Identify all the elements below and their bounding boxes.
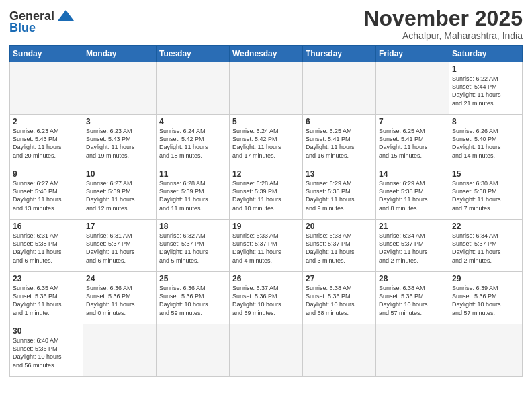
- logo-icon: [56, 9, 75, 22]
- day-number: 1: [452, 64, 519, 74]
- day-number: 20: [306, 222, 373, 231]
- day-number: 5: [232, 117, 300, 126]
- day-info: Sunrise: 6:26 AM Sunset: 5:40 PM Dayligh…: [452, 127, 519, 160]
- calendar-day: 11Sunrise: 6:28 AM Sunset: 5:39 PM Dayli…: [157, 167, 230, 220]
- calendar-day: 30Sunrise: 6:40 AM Sunset: 5:36 PM Dayli…: [10, 324, 83, 377]
- calendar-day: [376, 324, 449, 377]
- calendar-day: 14Sunrise: 6:29 AM Sunset: 5:38 PM Dayli…: [376, 167, 449, 220]
- calendar-day: 4Sunrise: 6:24 AM Sunset: 5:42 PM Daylig…: [157, 115, 230, 167]
- day-number: 16: [13, 222, 80, 231]
- header-thursday: Thursday: [303, 46, 376, 62]
- day-info: Sunrise: 6:34 AM Sunset: 5:37 PM Dayligh…: [452, 232, 519, 265]
- day-number: 24: [86, 274, 153, 283]
- header-sunday: Sunday: [10, 46, 83, 62]
- calendar-day: 28Sunrise: 6:38 AM Sunset: 5:36 PM Dayli…: [376, 272, 449, 324]
- page: General Blue November 2025 Achalpur, Mah…: [0, 0, 532, 411]
- logo-blue-text: Blue: [9, 21, 36, 35]
- day-info: Sunrise: 6:28 AM Sunset: 5:39 PM Dayligh…: [232, 179, 300, 212]
- calendar-day: [449, 324, 523, 377]
- day-info: Sunrise: 6:23 AM Sunset: 5:43 PM Dayligh…: [13, 127, 80, 160]
- calendar-day: 25Sunrise: 6:36 AM Sunset: 5:36 PM Dayli…: [157, 272, 230, 324]
- day-number: 6: [306, 117, 373, 126]
- day-info: Sunrise: 6:27 AM Sunset: 5:39 PM Dayligh…: [86, 179, 153, 212]
- day-info: Sunrise: 6:33 AM Sunset: 5:37 PM Dayligh…: [306, 232, 373, 265]
- day-info: Sunrise: 6:34 AM Sunset: 5:37 PM Dayligh…: [379, 232, 446, 265]
- header-saturday: Saturday: [449, 46, 523, 62]
- day-number: 2: [13, 117, 80, 126]
- day-number: 8: [452, 117, 519, 126]
- day-number: 11: [159, 169, 226, 179]
- day-info: Sunrise: 6:24 AM Sunset: 5:42 PM Dayligh…: [232, 127, 300, 160]
- calendar-day: [157, 62, 230, 115]
- header-tuesday: Tuesday: [157, 46, 230, 62]
- day-info: Sunrise: 6:28 AM Sunset: 5:39 PM Dayligh…: [159, 179, 226, 212]
- day-number: 27: [306, 274, 373, 283]
- calendar-day: 26Sunrise: 6:37 AM Sunset: 5:36 PM Dayli…: [230, 272, 303, 324]
- calendar-day: 15Sunrise: 6:30 AM Sunset: 5:38 PM Dayli…: [449, 167, 523, 220]
- day-info: Sunrise: 6:31 AM Sunset: 5:38 PM Dayligh…: [13, 232, 80, 265]
- day-number: 29: [452, 274, 519, 283]
- svg-marker-0: [58, 10, 74, 21]
- calendar-day: 1Sunrise: 6:22 AM Sunset: 5:44 PM Daylig…: [449, 62, 523, 115]
- header: General Blue November 2025 Achalpur, Mah…: [9, 7, 523, 41]
- calendar-day: [157, 324, 230, 377]
- title-block: November 2025 Achalpur, Maharashtra, Ind…: [363, 7, 523, 41]
- day-number: 12: [232, 169, 300, 179]
- day-number: 9: [13, 169, 80, 179]
- day-info: Sunrise: 6:24 AM Sunset: 5:42 PM Dayligh…: [159, 127, 226, 160]
- day-info: Sunrise: 6:30 AM Sunset: 5:38 PM Dayligh…: [452, 179, 519, 212]
- day-number: 23: [13, 274, 80, 283]
- day-number: 28: [379, 274, 446, 283]
- day-info: Sunrise: 6:23 AM Sunset: 5:43 PM Dayligh…: [86, 127, 153, 160]
- day-number: 13: [306, 169, 373, 179]
- calendar-day: 22Sunrise: 6:34 AM Sunset: 5:37 PM Dayli…: [449, 220, 523, 272]
- calendar-day: 20Sunrise: 6:33 AM Sunset: 5:37 PM Dayli…: [303, 220, 376, 272]
- day-number: 26: [232, 274, 300, 283]
- calendar-day: 8Sunrise: 6:26 AM Sunset: 5:40 PM Daylig…: [449, 115, 523, 167]
- calendar-day: 23Sunrise: 6:35 AM Sunset: 5:36 PM Dayli…: [10, 272, 83, 324]
- day-info: Sunrise: 6:25 AM Sunset: 5:41 PM Dayligh…: [306, 127, 373, 160]
- day-number: 17: [86, 222, 153, 231]
- day-info: Sunrise: 6:29 AM Sunset: 5:38 PM Dayligh…: [379, 179, 446, 212]
- day-info: Sunrise: 6:27 AM Sunset: 5:40 PM Dayligh…: [13, 179, 80, 212]
- calendar-day: 7Sunrise: 6:25 AM Sunset: 5:41 PM Daylig…: [376, 115, 449, 167]
- calendar: Sunday Monday Tuesday Wednesday Thursday…: [9, 45, 523, 377]
- day-info: Sunrise: 6:22 AM Sunset: 5:44 PM Dayligh…: [452, 75, 519, 107]
- day-number: 10: [86, 169, 153, 179]
- day-info: Sunrise: 6:36 AM Sunset: 5:36 PM Dayligh…: [86, 284, 153, 317]
- day-number: 30: [13, 326, 80, 336]
- day-info: Sunrise: 6:36 AM Sunset: 5:36 PM Dayligh…: [159, 284, 226, 317]
- calendar-day: [83, 62, 157, 115]
- day-info: Sunrise: 6:33 AM Sunset: 5:37 PM Dayligh…: [232, 232, 300, 265]
- calendar-day: [376, 62, 449, 115]
- calendar-day: [10, 62, 83, 115]
- header-wednesday: Wednesday: [230, 46, 303, 62]
- header-friday: Friday: [376, 46, 449, 62]
- day-info: Sunrise: 6:35 AM Sunset: 5:36 PM Dayligh…: [13, 284, 80, 317]
- month-year-title: November 2025: [363, 7, 523, 30]
- day-number: 19: [232, 222, 300, 231]
- calendar-day: [230, 324, 303, 377]
- calendar-day: 18Sunrise: 6:32 AM Sunset: 5:37 PM Dayli…: [157, 220, 230, 272]
- calendar-day: 17Sunrise: 6:31 AM Sunset: 5:37 PM Dayli…: [83, 220, 157, 272]
- day-info: Sunrise: 6:40 AM Sunset: 5:36 PM Dayligh…: [13, 336, 80, 369]
- location-text: Achalpur, Maharashtra, India: [363, 30, 523, 41]
- day-info: Sunrise: 6:38 AM Sunset: 5:36 PM Dayligh…: [379, 284, 446, 317]
- header-monday: Monday: [83, 46, 157, 62]
- day-info: Sunrise: 6:38 AM Sunset: 5:36 PM Dayligh…: [306, 284, 373, 317]
- calendar-day: [303, 324, 376, 377]
- weekday-header-row: Sunday Monday Tuesday Wednesday Thursday…: [10, 46, 523, 62]
- calendar-day: 16Sunrise: 6:31 AM Sunset: 5:38 PM Dayli…: [10, 220, 83, 272]
- day-info: Sunrise: 6:32 AM Sunset: 5:37 PM Dayligh…: [159, 232, 226, 265]
- day-info: Sunrise: 6:29 AM Sunset: 5:38 PM Dayligh…: [306, 179, 373, 212]
- logo: General Blue: [9, 9, 75, 35]
- calendar-day: 29Sunrise: 6:39 AM Sunset: 5:36 PM Dayli…: [449, 272, 523, 324]
- day-number: 22: [452, 222, 519, 231]
- day-info: Sunrise: 6:31 AM Sunset: 5:37 PM Dayligh…: [86, 232, 153, 265]
- calendar-day: [303, 62, 376, 115]
- calendar-day: 13Sunrise: 6:29 AM Sunset: 5:38 PM Dayli…: [303, 167, 376, 220]
- calendar-day: 9Sunrise: 6:27 AM Sunset: 5:40 PM Daylig…: [10, 167, 83, 220]
- calendar-day: 3Sunrise: 6:23 AM Sunset: 5:43 PM Daylig…: [83, 115, 157, 167]
- day-number: 14: [379, 169, 446, 179]
- calendar-day: 27Sunrise: 6:38 AM Sunset: 5:36 PM Dayli…: [303, 272, 376, 324]
